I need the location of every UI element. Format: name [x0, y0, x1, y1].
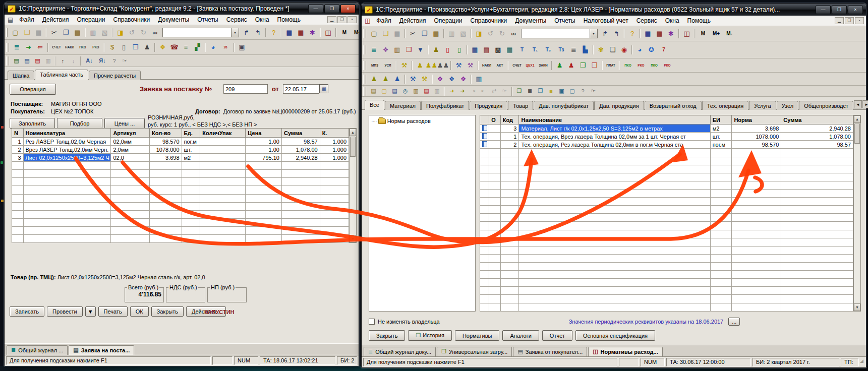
tab-scroll-right-icon[interactable]: ▸: [862, 100, 868, 108]
new-document-icon[interactable]: ▢: [368, 28, 380, 39]
print-icon[interactable]: ▥: [446, 28, 457, 39]
help-icon[interactable]: ?: [626, 28, 638, 39]
main-spec-button[interactable]: Основная спецификация: [575, 330, 655, 341]
paste-icon[interactable]: ▤: [430, 28, 442, 39]
menu-item[interactable]: Документы: [511, 16, 550, 25]
menu-item[interactable]: Окна: [251, 15, 273, 24]
filter-funnel-icon[interactable]: ▼: [415, 44, 426, 55]
history-button[interactable]: ❐История: [408, 330, 452, 341]
person-pair-icon[interactable]: ♟♟: [426, 60, 437, 71]
menu-item[interactable]: Сервис: [632, 16, 661, 25]
print-preview-icon[interactable]: ▧: [457, 28, 469, 39]
t-account-4-icon[interactable]: Тз: [555, 44, 568, 55]
link-gray-icon[interactable]: ⇄: [489, 87, 499, 96]
mdi-close-icon[interactable]: ×: [855, 17, 864, 24]
description-book-icon[interactable]: ◫: [322, 27, 334, 38]
projector-icon[interactable]: ❏: [607, 44, 618, 55]
scroll-up-icon[interactable]: ▲: [350, 129, 356, 136]
left-titlebar[interactable]: ✓ 1С:Предприятие - Торговля+Склад "Конку…: [5, 3, 359, 15]
quick-search-input[interactable]: [163, 28, 231, 37]
row-help-icon[interactable]: ?: [109, 56, 120, 66]
new-row-icon[interactable]: ▤: [11, 56, 22, 66]
wrench-split-icon[interactable]: ⚒: [465, 60, 476, 71]
save-button[interactable]: Записать: [10, 306, 44, 317]
quick-search-input[interactable]: [522, 29, 590, 38]
monitor-icon[interactable]: ▣: [556, 87, 567, 96]
mdi-tab[interactable]: ≣Общий журнал ...: [7, 345, 68, 355]
minimize-button[interactable]: —: [308, 5, 323, 13]
doc-transfer-icon[interactable]: ❒: [535, 87, 546, 96]
mdi-close-icon[interactable]: ×: [348, 16, 357, 23]
tab-4[interactable]: Товар: [508, 101, 533, 110]
move-left-gray-icon[interactable]: ⇤: [478, 87, 489, 96]
doc-small-icon[interactable]: ▢: [567, 87, 577, 96]
tab-0[interactable]: Шапка: [8, 71, 34, 80]
menu-item[interactable]: Сервис: [222, 15, 251, 24]
context-help-icon[interactable]: ☞: [588, 87, 599, 96]
person-transfer-in-icon[interactable]: ♟: [380, 74, 391, 84]
copy-gray-icon[interactable]: ▥: [432, 87, 442, 96]
ceh1-icon[interactable]: ЦЕХ1: [524, 60, 537, 71]
money-bag-icon[interactable]: $: [106, 42, 118, 52]
nomenclature-icon[interactable]: ❖: [157, 42, 168, 52]
person-transfer-out-icon[interactable]: ♟: [368, 74, 380, 84]
menu-item[interactable]: Справочники: [109, 15, 154, 24]
web-globe-icon[interactable]: ◕: [207, 42, 219, 52]
print-preview-icon[interactable]: ▧: [99, 27, 110, 38]
move-right-gray-icon[interactable]: ⇥: [468, 87, 478, 96]
menu-item[interactable]: Операции: [430, 16, 466, 25]
edit-row-icon[interactable]: ▤: [22, 56, 32, 66]
tab-0[interactable]: Все: [365, 100, 384, 110]
calendar-icon[interactable]: ▦: [654, 28, 665, 39]
calendar-picker-icon[interactable]: ▦: [319, 84, 328, 93]
resize-grip-icon[interactable]: ◢: [859, 358, 864, 366]
table-row[interactable]: 3Лист 02,0х1250х2500=3,125м2 Ч02,03.698м…: [12, 154, 349, 162]
document-blue-icon[interactable]: ❒: [130, 42, 141, 52]
post-button[interactable]: Провести: [47, 306, 83, 317]
journals-icon[interactable]: ≣: [11, 42, 23, 52]
doc-list-icon[interactable]: ≣: [525, 87, 535, 96]
tab-2[interactable]: Прочие расчеты: [89, 71, 141, 80]
calculator-icon[interactable]: ▦: [642, 28, 654, 39]
doc-minus-icon[interactable]: ❒: [589, 60, 600, 71]
menu-item[interactable]: Файл: [372, 16, 395, 25]
person-transfer-add-icon[interactable]: ♟: [391, 74, 403, 84]
tab-7[interactable]: Возвратный отход: [645, 101, 702, 110]
tree-toggle-icon[interactable]: ≡: [546, 87, 556, 96]
combo-dropdown-icon[interactable]: ▼: [590, 29, 597, 38]
chart-of-accounts-icon[interactable]: ▦: [469, 44, 481, 55]
print-icon[interactable]: ▥: [87, 27, 99, 38]
report-button[interactable]: Отчет: [542, 330, 572, 341]
calendar-grid-icon[interactable]: ▦: [473, 74, 485, 84]
person-yellow-icon[interactable]: ♟: [414, 60, 426, 71]
menu-item[interactable]: Помощь: [683, 16, 715, 25]
close-button[interactable]: Закрыть: [369, 330, 405, 341]
find-previous-icon[interactable]: ↰: [611, 28, 622, 39]
maximize-button[interactable]: ❐: [324, 5, 339, 13]
scroll-down-icon[interactable]: ▼: [350, 235, 356, 242]
person-group-icon[interactable]: ♟♟: [437, 60, 449, 71]
menu-item[interactable]: Отчеты: [193, 15, 222, 24]
rko-minus-icon[interactable]: РКО: [634, 60, 648, 71]
norms-table[interactable]: ОКодНаименованиеЕИНормаСумма 3Материал, …: [480, 115, 853, 312]
view-row-icon[interactable]: ◎: [400, 87, 411, 96]
person-minus-icon[interactable]: ♟: [565, 60, 577, 71]
calendar-day-icon[interactable]: 26: [219, 42, 232, 52]
paste-icon[interactable]: ▤: [72, 27, 83, 38]
balls-icon[interactable]: ◉: [618, 44, 630, 55]
new-row-icon[interactable]: ▤: [368, 87, 379, 96]
analogs-button[interactable]: Аналоги: [502, 330, 539, 341]
open-folder-icon[interactable]: ❒: [380, 28, 391, 39]
memory-minus-icon[interactable]: М-: [723, 28, 736, 39]
tab-8[interactable]: Тех. операция: [702, 101, 748, 110]
document-x-icon[interactable]: ❒: [403, 44, 415, 55]
copy-row-icon[interactable]: ▥: [411, 87, 421, 96]
exit-door-icon[interactable]: ◨: [114, 27, 126, 38]
fill-button[interactable]: Заполнить: [10, 118, 55, 129]
open-folder-icon[interactable]: ❒: [21, 27, 33, 38]
post-menu-button[interactable]: ▼: [85, 306, 96, 317]
cube-blue-icon[interactable]: ❖: [446, 74, 457, 84]
new-document-icon[interactable]: ▢: [10, 27, 21, 38]
price-list-icon[interactable]: ≡: [180, 42, 192, 52]
report-wizard-icon[interactable]: ✱: [307, 27, 318, 38]
